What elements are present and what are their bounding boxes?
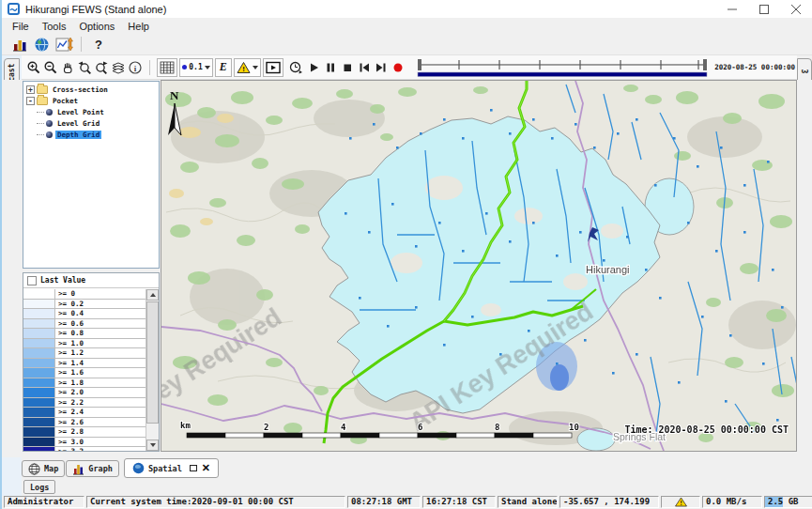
- svg-text:N: N: [170, 88, 179, 102]
- scroll-down-button[interactable]: [146, 440, 159, 451]
- tree-item-level-grid[interactable]: Level Grid: [23, 117, 159, 129]
- pan-hand-icon[interactable]: [59, 58, 76, 77]
- legend-value: >= 3.2: [55, 447, 146, 451]
- legend-value: >= 2.4: [55, 408, 146, 417]
- tree-connector: [37, 112, 44, 113]
- zoom-out-icon[interactable]: [42, 58, 59, 77]
- legend-row[interactable]: >= 1.4: [23, 359, 146, 369]
- node-icon: [46, 131, 53, 138]
- time-slider[interactable]: [416, 57, 709, 78]
- legend-row[interactable]: >= 0.4: [23, 309, 146, 319]
- legend-swatch: [23, 319, 55, 329]
- legend-row[interactable]: >= 1.6: [23, 368, 146, 378]
- legend-value: >= 1.4: [55, 359, 146, 368]
- labels-button[interactable]: E: [215, 58, 232, 77]
- logs-button[interactable]: Logs: [23, 480, 55, 494]
- maximize-button[interactable]: [748, 0, 780, 18]
- data-viewer-panel: +Cross-section-PocketLevel PointLevel Gr…: [22, 80, 161, 457]
- legend-swatch: [23, 388, 55, 397]
- zoom-previous-icon[interactable]: [76, 58, 93, 77]
- menu-help[interactable]: Help: [121, 20, 156, 33]
- menu-tools[interactable]: Tools: [36, 20, 73, 33]
- float-tab-icon[interactable]: [190, 465, 197, 471]
- layers-icon[interactable]: [110, 58, 127, 77]
- scale-bar: [187, 433, 572, 438]
- legend-row[interactable]: >= 2.2: [23, 398, 146, 409]
- scroll-thumb[interactable]: [146, 301, 159, 424]
- zoom-next-icon[interactable]: [93, 58, 110, 77]
- legend-row[interactable]: >= 2.8: [23, 427, 146, 438]
- record-button[interactable]: [390, 58, 406, 77]
- app-window: Hikurangi FEWS (Stand alone) File Tools …: [0, 0, 812, 509]
- slider-end-handle: [703, 59, 707, 70]
- close-button[interactable]: [780, 0, 812, 18]
- play-button[interactable]: [305, 58, 322, 77]
- legend-row[interactable]: >= 3.0: [23, 438, 146, 448]
- tree-view[interactable]: +Cross-section-PocketLevel PointLevel Gr…: [23, 81, 160, 269]
- folder-icon: [37, 85, 48, 94]
- tree-connector: [37, 134, 44, 135]
- info-icon[interactable]: i: [127, 58, 144, 77]
- legend-value: >= 1.8: [55, 378, 146, 388]
- tree-item-pocket[interactable]: -Pocket: [23, 95, 159, 106]
- legend-value: >= 2.6: [55, 418, 146, 427]
- menu-options[interactable]: Options: [72, 20, 121, 33]
- tree-item-depth-grid[interactable]: Depth Grid: [23, 129, 159, 140]
- stop-button[interactable]: [339, 58, 356, 77]
- timeseries-display-icon[interactable]: [53, 35, 75, 54]
- contour-interval-dropdown[interactable]: 0.1: [179, 58, 212, 77]
- warnings-dropdown[interactable]: !: [234, 58, 261, 77]
- scroll-up-button[interactable]: [146, 289, 159, 301]
- zoom-in-icon[interactable]: [25, 58, 42, 77]
- grid-display-button[interactable]: [157, 58, 177, 77]
- status-system-time: Current system time:2020-09-01 00:00 CST: [86, 496, 345, 508]
- map-time-label: Time: 2020-08-25 00:00:00 CST: [624, 424, 789, 435]
- tree-item-level-point[interactable]: Level Point: [23, 106, 159, 117]
- legend-row[interactable]: >= 2.4: [23, 408, 146, 418]
- legend-row[interactable]: >= 1.2: [23, 348, 146, 359]
- tab-spatial[interactable]: Spatial ✕: [124, 458, 219, 478]
- map-display-icon[interactable]: [30, 35, 53, 54]
- svg-text:i: i: [134, 63, 137, 72]
- tree-toggle[interactable]: -: [26, 97, 35, 105]
- interval-value: 0.1: [189, 63, 202, 71]
- legend-row[interactable]: >= 1.8: [23, 378, 146, 389]
- step-forward-button[interactable]: [373, 58, 390, 77]
- animation-button[interactable]: [263, 58, 283, 77]
- step-back-button[interactable]: [356, 58, 373, 77]
- menu-file[interactable]: File: [6, 20, 36, 33]
- pause-button[interactable]: [322, 58, 339, 77]
- export-timer-icon[interactable]: [288, 58, 305, 77]
- map-canvas[interactable]: API Key Required API Key Required: [161, 81, 796, 451]
- legend-swatch: [23, 418, 55, 427]
- tab-map[interactable]: Map: [22, 460, 65, 477]
- tab-graph[interactable]: Graph: [66, 460, 119, 477]
- last-value-checkbox[interactable]: [27, 276, 37, 285]
- legend-row[interactable]: >= 0.2: [23, 300, 146, 310]
- status-warning[interactable]: !: [661, 496, 700, 508]
- close-tab-icon[interactable]: ✕: [202, 462, 210, 474]
- tree-connector: [37, 123, 44, 124]
- map-view[interactable]: API Key Required API Key Required: [161, 80, 797, 452]
- toolbar-separator: [81, 37, 82, 52]
- thresholds-icon[interactable]: [8, 35, 30, 54]
- legend-row[interactable]: >= 1.0: [23, 339, 146, 349]
- legend-swatch: [23, 378, 55, 388]
- legend-row[interactable]: >= 3.2: [23, 447, 146, 451]
- legend-value: >= 0: [55, 289, 146, 299]
- legend-row[interactable]: >= 0.8: [23, 329, 146, 339]
- slider-start-handle: [418, 59, 421, 70]
- legend-row[interactable]: >= 0: [23, 289, 146, 300]
- legend-row[interactable]: >= 0.6: [23, 319, 146, 330]
- legend-row[interactable]: >= 2.0: [23, 388, 146, 398]
- node-icon: [46, 109, 53, 116]
- legend-row[interactable]: >= 2.6: [23, 418, 146, 428]
- tree-item-cross-section[interactable]: +Cross-section: [23, 84, 159, 95]
- title-bar[interactable]: Hikurangi FEWS (Stand alone): [2, 0, 812, 18]
- tree-toggle[interactable]: +: [26, 85, 35, 94]
- time-span-bar: [418, 72, 707, 77]
- legend-scrollbar[interactable]: [146, 289, 159, 451]
- minimize-button[interactable]: [716, 0, 748, 18]
- status-download-rate: 0.0 MB/s: [702, 496, 762, 508]
- help-icon[interactable]: ?: [87, 35, 110, 54]
